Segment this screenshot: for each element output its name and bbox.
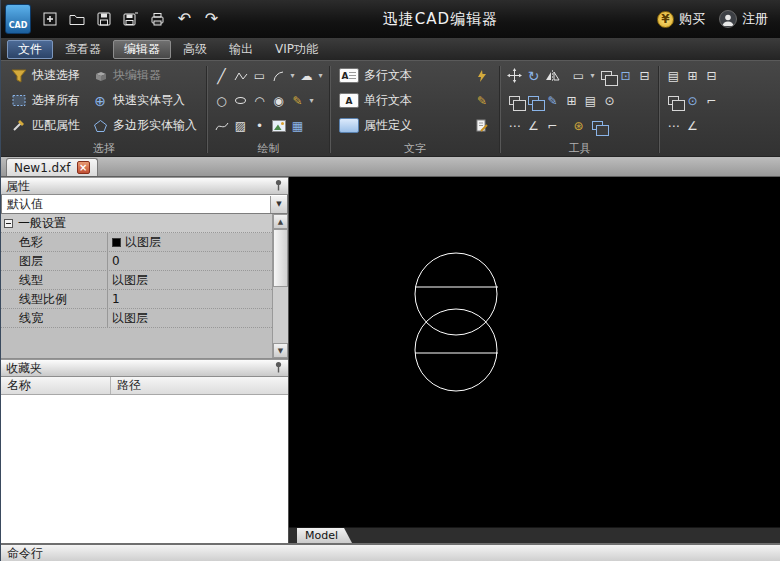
- ribbon-group-selection: 快速选择 选择所有 匹配属性: [3, 63, 205, 156]
- block-editor-button[interactable]: 块编辑器: [87, 63, 202, 88]
- tool-icon[interactable]: ⊛: [569, 116, 588, 135]
- tool-icon[interactable]: ∠: [683, 116, 702, 135]
- tool-icon[interactable]: ▤: [664, 66, 683, 85]
- property-value[interactable]: 以图层: [107, 271, 272, 289]
- line-icon[interactable]: ╱: [212, 66, 231, 85]
- tab-advanced[interactable]: 高级: [173, 40, 217, 59]
- point-icon[interactable]: •: [250, 116, 269, 135]
- buy-button[interactable]: ¥ 购买: [657, 10, 705, 28]
- save-button[interactable]: [91, 6, 116, 32]
- save-as-button[interactable]: [118, 6, 143, 32]
- tab-vip[interactable]: VIP功能: [265, 40, 328, 59]
- rectangle-icon[interactable]: ▭: [250, 66, 269, 85]
- tool-icon[interactable]: ⋯: [505, 116, 524, 135]
- document-tab[interactable]: New1.dxf ×: [6, 158, 98, 176]
- tool-icon[interactable]: [524, 91, 543, 110]
- tool-icon[interactable]: ▭: [569, 66, 588, 85]
- scrollbar-thumb[interactable]: [273, 229, 288, 287]
- scroll-up-icon[interactable]: ▲: [273, 214, 288, 229]
- cloud-dropdown-icon[interactable]: ▾: [316, 71, 325, 80]
- mtext-extra-icon[interactable]: [473, 70, 491, 82]
- polyline-icon[interactable]: [231, 66, 250, 85]
- arc-icon[interactable]: [269, 66, 288, 85]
- print-button[interactable]: [145, 6, 170, 32]
- image-icon[interactable]: [269, 116, 288, 135]
- property-label: 图层: [1, 253, 107, 270]
- hatch-icon[interactable]: ▨: [231, 116, 250, 135]
- pencil-dropdown-icon[interactable]: ▾: [307, 96, 316, 105]
- close-tab-icon[interactable]: ×: [77, 161, 90, 174]
- tab-viewer[interactable]: 查看器: [55, 40, 111, 59]
- tool-icon[interactable]: [597, 66, 616, 85]
- ellipse-icon[interactable]: [231, 91, 250, 110]
- tab-output[interactable]: 输出: [219, 40, 263, 59]
- match-properties-button[interactable]: 匹配属性: [6, 113, 85, 138]
- tool-icon[interactable]: [505, 91, 524, 110]
- move-icon[interactable]: [505, 66, 524, 85]
- preset-dropdown-value: 默认值: [7, 196, 43, 213]
- arc-dropdown-icon[interactable]: ▾: [288, 71, 297, 80]
- tool-icon[interactable]: ⊟: [635, 66, 654, 85]
- group-label-selection: 选择: [6, 141, 202, 156]
- property-value[interactable]: 以图层: [107, 233, 272, 251]
- rotate-icon[interactable]: ↻: [524, 66, 543, 85]
- revision-cloud-icon[interactable]: ☁: [297, 66, 316, 85]
- app-logo-icon[interactable]: CAD: [5, 4, 31, 34]
- dropdown-arrow-icon[interactable]: ▼: [270, 196, 287, 213]
- pin-icon[interactable]: [274, 361, 283, 376]
- single-text-button[interactable]: A 单行文本 ✎: [335, 88, 495, 113]
- new-file-button[interactable]: [37, 6, 62, 32]
- mtext-label: 多行文本: [364, 67, 412, 84]
- select-all-button[interactable]: 选择所有: [6, 88, 85, 113]
- tool-icon[interactable]: ⊟: [702, 66, 721, 85]
- mirror-icon[interactable]: [543, 66, 562, 85]
- tool-icon[interactable]: [664, 91, 683, 110]
- open-file-button[interactable]: [64, 6, 89, 32]
- tool-icon[interactable]: ⊞: [683, 66, 702, 85]
- tool-icon[interactable]: ⊡: [616, 66, 635, 85]
- tool-icon[interactable]: [588, 116, 607, 135]
- scroll-down-icon[interactable]: ▼: [273, 343, 288, 358]
- favorites-list[interactable]: [1, 395, 288, 543]
- quick-select-button[interactable]: 快速选择: [6, 63, 85, 88]
- tool-icon[interactable]: ⋯: [664, 116, 683, 135]
- tool-icon[interactable]: ∠: [524, 116, 543, 135]
- tab-file[interactable]: 文件: [7, 40, 53, 59]
- model-tab[interactable]: Model: [297, 528, 352, 543]
- tool-icon[interactable]: ⌐: [702, 91, 721, 110]
- register-button[interactable]: 注册: [719, 10, 768, 28]
- tool-icon[interactable]: ⊙: [600, 91, 619, 110]
- donut-icon[interactable]: ◉: [269, 91, 288, 110]
- table-icon[interactable]: ▦: [288, 116, 307, 135]
- polygon-entity-input-button[interactable]: 多边形实体输入: [87, 113, 202, 138]
- tool-dropdown-icon[interactable]: ▾: [588, 71, 597, 80]
- property-value[interactable]: 0: [107, 252, 272, 270]
- half-arc-icon[interactable]: ◠: [250, 91, 269, 110]
- spline-icon[interactable]: [212, 116, 231, 135]
- tab-editor[interactable]: 编辑器: [113, 40, 171, 59]
- redo-button[interactable]: ↷: [199, 6, 224, 32]
- sketch-pencil-icon[interactable]: ✎: [288, 91, 307, 110]
- mtext-button[interactable]: A 多行文本: [335, 63, 495, 88]
- collapse-section-icon[interactable]: [4, 219, 13, 228]
- property-grid-scrollbar[interactable]: ▲ ▼: [272, 214, 288, 358]
- circle-icon[interactable]: ○: [212, 91, 231, 110]
- tool-icon[interactable]: ⊞: [562, 91, 581, 110]
- tool-icon[interactable]: ▤: [581, 91, 600, 110]
- preset-dropdown[interactable]: 默认值 ▼: [1, 195, 288, 214]
- drawing-canvas[interactable]: [289, 177, 780, 527]
- attribute-define-button[interactable]: 属性定义: [335, 113, 495, 138]
- quick-entity-import-button[interactable]: ⊕ 快速实体导入: [87, 88, 202, 113]
- text-edit-pencil-icon[interactable]: ✎: [473, 94, 491, 108]
- tool-icon[interactable]: ⌐: [543, 116, 562, 135]
- tool-icon[interactable]: ✎: [543, 91, 562, 110]
- property-value-text: 1: [112, 292, 120, 306]
- tool-icon[interactable]: ⊙: [683, 91, 702, 110]
- register-label: 注册: [742, 10, 768, 28]
- pin-icon[interactable]: [274, 179, 283, 194]
- attribute-edit-icon[interactable]: [473, 119, 491, 132]
- command-line-panel[interactable]: 命令行: [1, 543, 780, 561]
- property-value[interactable]: 以图层: [107, 309, 272, 327]
- property-value[interactable]: 1: [107, 290, 272, 308]
- undo-button[interactable]: ↶: [172, 6, 197, 32]
